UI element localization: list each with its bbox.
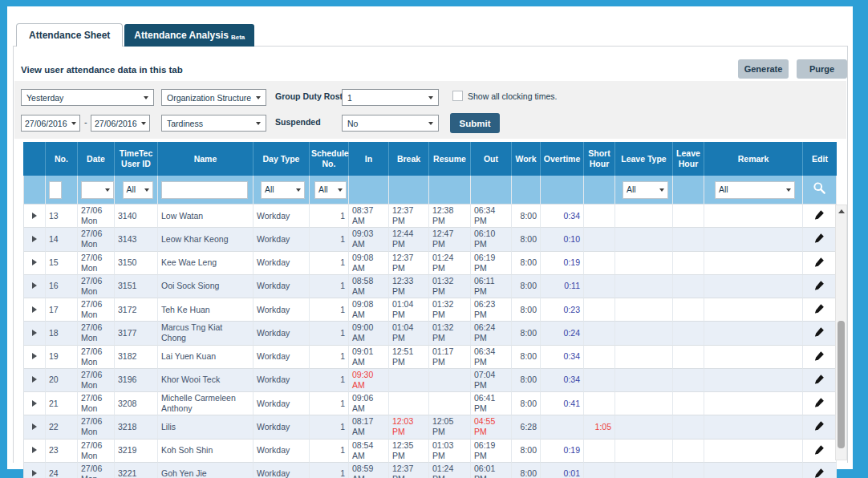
date-to-select[interactable]: 27/06/2016: [91, 115, 150, 132]
row-expand-icon[interactable]: [32, 236, 37, 242]
cell-remark: [704, 346, 803, 369]
row-expand-icon[interactable]: [32, 470, 37, 476]
cell-name: Lai Yuen Kuan: [158, 346, 254, 369]
cell-out: 06:24 PM: [471, 322, 512, 345]
cell-no: 22: [46, 415, 78, 439]
col-header-resume: Resume: [429, 142, 471, 176]
date-from-select[interactable]: 27/06/2016: [21, 115, 80, 132]
col-header-in: In: [349, 142, 389, 176]
show-all-clocking-checkbox[interactable]: [452, 91, 463, 101]
tab-attendance-sheet[interactable]: Attendance Sheet: [16, 23, 123, 47]
purge-button[interactable]: Purge: [797, 59, 847, 79]
col-header-date: Date: [78, 142, 115, 176]
cell-work: 8:00: [512, 252, 541, 275]
edit-pencil-icon[interactable]: [814, 257, 825, 267]
cell-break: 01:04 PM: [389, 322, 429, 345]
edit-pencil-icon[interactable]: [814, 280, 825, 290]
cell-resume: 01:24 PM: [429, 463, 471, 478]
table-scrollbar[interactable]: [835, 205, 847, 460]
row-expand-icon[interactable]: [32, 447, 37, 453]
cell-sched: 1: [310, 298, 349, 322]
filter-leave_type-select[interactable]: All: [623, 181, 668, 199]
cell-leave_type: [615, 275, 673, 298]
column-filter-cell-day: All: [254, 176, 310, 205]
submit-button[interactable]: Submit: [450, 113, 500, 133]
cell-name: Goh Yen Jie: [158, 463, 254, 478]
edit-pencil-icon[interactable]: [814, 374, 825, 384]
table-row: 2127/06 Mon3208Michelle Carmeleen Anthon…: [23, 392, 837, 415]
row-expand-icon[interactable]: [32, 330, 37, 336]
row-expand-cell: [23, 298, 46, 322]
edit-pencil-icon[interactable]: [814, 397, 825, 407]
cell-remark: [704, 463, 803, 478]
cell-resume: 01:32 PM: [429, 298, 471, 322]
suspended-select[interactable]: No: [342, 115, 439, 132]
row-expand-icon[interactable]: [32, 306, 37, 313]
generate-button[interactable]: Generate: [738, 59, 789, 79]
cell-out: 07:04 PM: [471, 369, 512, 392]
group-duty-roster-select[interactable]: 1: [342, 89, 439, 106]
cell-no: 23: [46, 440, 78, 463]
row-expand-icon[interactable]: [32, 213, 37, 219]
edit-pencil-icon[interactable]: [814, 326, 825, 337]
edit-pencil-icon[interactable]: [814, 350, 825, 361]
filter-sched-select[interactable]: All: [314, 181, 347, 199]
scrollbar-up-arrow-icon[interactable]: [836, 205, 846, 217]
period-select[interactable]: Yesterday: [21, 89, 154, 106]
col-header-uid: TimeTec User ID: [115, 142, 158, 176]
cell-out: 06:19 PM: [471, 440, 512, 463]
row-edit-cell: [803, 463, 837, 478]
cell-day: Workday: [254, 346, 310, 369]
cell-date: 27/06 Mon: [78, 275, 115, 298]
scrollbar-thumb[interactable]: [838, 321, 845, 448]
cell-leave_hour: [673, 440, 704, 463]
edit-pencil-icon[interactable]: [814, 420, 825, 431]
cell-leave_hour: [673, 252, 704, 275]
filter-no-input[interactable]: [49, 181, 62, 199]
row-expand-icon[interactable]: [32, 282, 37, 289]
filter-day-select[interactable]: All: [261, 181, 305, 199]
cell-overtime: 0:34: [541, 369, 584, 392]
view-by-select[interactable]: Organization Structure: [161, 89, 266, 106]
col-header-short: Short Hour: [584, 142, 615, 176]
cell-leave_type: [615, 205, 673, 228]
chevron-down-icon: [71, 122, 76, 125]
row-expand-icon[interactable]: [32, 423, 37, 430]
cell-sched: 1: [310, 228, 349, 251]
cell-leave_type: [615, 322, 673, 345]
cell-overtime: 0:34: [541, 205, 584, 228]
cell-break: 12:33 PM: [389, 275, 429, 298]
cell-sched: 1: [310, 415, 349, 439]
row-expand-icon[interactable]: [32, 259, 37, 265]
cell-no: 17: [46, 298, 78, 322]
row-expand-icon[interactable]: [32, 376, 37, 383]
cell-in: 09:08 AM: [349, 252, 389, 275]
suspended-label: Suspended: [275, 117, 321, 127]
cell-work: 8:00: [512, 392, 541, 415]
row-expand-icon[interactable]: [32, 400, 37, 407]
cell-overtime: [541, 415, 584, 439]
filter-name-input[interactable]: [161, 181, 248, 199]
edit-pencil-icon[interactable]: [814, 444, 825, 455]
row-edit-cell: [803, 275, 837, 298]
row-expand-cell: [23, 463, 46, 478]
filter-uid-select[interactable]: All: [123, 181, 153, 199]
cell-uid: 3177: [115, 322, 158, 345]
filter-remark-select[interactable]: All: [715, 181, 795, 199]
row-expand-cell: [23, 322, 46, 345]
cell-in: 08:59 AM: [349, 463, 389, 478]
search-icon[interactable]: [813, 181, 826, 195]
edit-pencil-icon[interactable]: [814, 303, 825, 314]
row-expand-cell: [23, 369, 46, 392]
row-expand-icon[interactable]: [32, 353, 37, 359]
edit-pencil-icon[interactable]: [814, 233, 825, 243]
category-select[interactable]: Tardiness: [161, 115, 266, 132]
tab-attendance-analysis[interactable]: Attendance Analysis Beta: [124, 24, 254, 47]
filter-date-select[interactable]: [81, 181, 114, 199]
row-edit-cell: [803, 228, 837, 251]
edit-pencil-icon[interactable]: [814, 209, 825, 220]
edit-pencil-icon[interactable]: [814, 468, 825, 478]
cell-sched: 1: [310, 322, 349, 345]
cell-leave_hour: [673, 298, 704, 322]
column-filter-cell-edit: [803, 176, 837, 205]
